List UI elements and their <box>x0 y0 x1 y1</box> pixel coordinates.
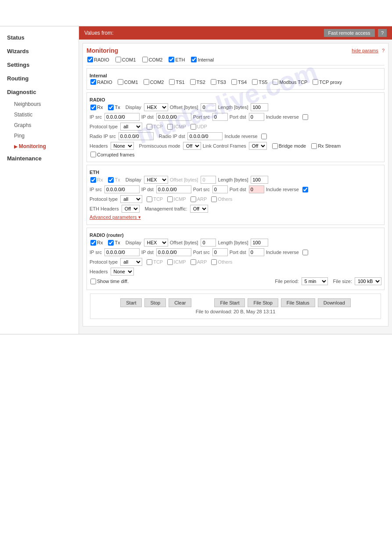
radio-router-length-input[interactable] <box>251 239 268 247</box>
monitoring-internal-check[interactable]: Internal <box>190 57 214 62</box>
internal-radio-checkbox[interactable] <box>90 79 96 85</box>
radio-router-arp-check[interactable]: ARP <box>190 259 207 265</box>
monitoring-eth-check[interactable]: ETH <box>168 57 185 62</box>
radio-promiscuous-select[interactable]: Off On <box>183 142 201 150</box>
radio-router-portdst-input[interactable] <box>249 248 264 256</box>
radio-router-rx-checkbox[interactable] <box>90 240 96 246</box>
radio-router-file-size-select[interactable]: 100 kB 500 kB 1 MB <box>355 277 381 285</box>
radio-router-tcp-check[interactable]: TCP <box>146 259 163 265</box>
radio-headers-select[interactable]: None All <box>111 142 134 150</box>
sidebar-item-status[interactable]: Status <box>0 31 79 44</box>
radio-router-icmp-check[interactable]: ICMP <box>166 259 186 265</box>
sidebar-sub-ping[interactable]: Ping <box>0 131 79 141</box>
eth-portsrc-input[interactable] <box>212 185 228 193</box>
radio-portdst-input[interactable] <box>249 113 264 121</box>
radio-router-headers-select[interactable]: None All <box>111 268 134 276</box>
internal-com1-checkbox[interactable] <box>118 79 123 85</box>
monitoring-com2-checkbox[interactable] <box>142 57 148 62</box>
radio-ipdst-input[interactable] <box>156 113 191 121</box>
eth-rx-checkbox[interactable] <box>90 177 96 183</box>
internal-com2-checkbox[interactable] <box>144 79 149 85</box>
file-stop-button[interactable]: File Stop <box>248 298 278 307</box>
internal-ts4-checkbox[interactable] <box>231 79 237 85</box>
eth-others-check[interactable]: Others <box>210 196 232 202</box>
sidebar-sub-monitoring[interactable]: Monitoring <box>0 141 79 152</box>
internal-radio-check[interactable]: RADIO <box>90 79 112 85</box>
eth-tcp-check[interactable]: TCP <box>146 196 163 202</box>
radio-udp-check[interactable]: UDP <box>190 124 207 130</box>
radio-offset-input[interactable] <box>201 103 216 111</box>
eth-tx-checkbox[interactable] <box>108 177 114 183</box>
internal-ts2-check[interactable]: TS2 <box>189 79 205 85</box>
radio-radio-ipsrc-input[interactable] <box>119 132 154 140</box>
file-status-button[interactable]: File Status <box>281 298 315 307</box>
help-button[interactable]: ? <box>378 29 387 37</box>
radio-router-ipsrc-input[interactable] <box>104 248 140 256</box>
radio-router-others-checkbox[interactable] <box>211 259 217 265</box>
eth-icmp-check[interactable]: ICMP <box>166 196 186 202</box>
eth-icmp-checkbox[interactable] <box>167 196 173 202</box>
internal-modbus-checkbox[interactable] <box>273 79 278 85</box>
radio-router-tx-checkbox[interactable] <box>108 240 114 246</box>
sidebar-item-wizards[interactable]: Wizards <box>0 44 79 58</box>
eth-include-reverse-checkbox[interactable] <box>302 187 308 192</box>
radio-router-display-select[interactable]: HEX ASCII DEC <box>144 239 168 247</box>
internal-modbus-check[interactable]: Modbus TCP <box>272 79 307 85</box>
radio-include-reverse-checkbox[interactable] <box>302 114 308 120</box>
radio-tcp-checkbox[interactable] <box>147 124 152 130</box>
monitoring-com1-check[interactable]: COM1 <box>115 57 136 62</box>
internal-com2-check[interactable]: COM2 <box>143 79 164 85</box>
internal-ts4-check[interactable]: TS4 <box>230 79 247 85</box>
sidebar-item-maintenance[interactable]: Maintenance <box>0 152 79 165</box>
eth-ipsrc-input[interactable] <box>104 185 140 193</box>
radio-rx-check[interactable]: Rx <box>90 105 103 110</box>
radio-tx-check[interactable]: Tx <box>107 105 120 110</box>
radio-portsrc-input[interactable] <box>212 113 228 121</box>
radio-router-offset-input[interactable] <box>201 239 216 247</box>
eth-offset-input[interactable] <box>201 176 216 184</box>
clear-button[interactable]: Clear <box>169 298 191 307</box>
monitoring-help[interactable]: ? <box>382 48 385 53</box>
eth-arp-checkbox[interactable] <box>191 196 196 202</box>
eth-tx-check[interactable]: Tx <box>107 177 120 183</box>
internal-com1-check[interactable]: COM1 <box>117 79 138 85</box>
radio-radio-ipdst-input[interactable] <box>187 132 223 140</box>
monitoring-radio-check[interactable]: RADIO <box>86 57 109 62</box>
radio-display-select[interactable]: HEX ASCII DEC <box>144 103 168 111</box>
internal-ts5-check[interactable]: TS5 <box>251 79 267 85</box>
eth-advanced-params-link[interactable]: Advanced parameters ▾ <box>90 214 141 220</box>
download-button[interactable]: Download <box>318 298 351 307</box>
sidebar-sub-statistic[interactable]: Statistic <box>0 109 79 120</box>
radio-router-protocol-select[interactable]: all TCP UDP <box>120 258 142 266</box>
radio-router-rx-check[interactable]: Rx <box>90 240 103 246</box>
monitoring-com1-checkbox[interactable] <box>115 57 121 62</box>
internal-ts3-checkbox[interactable] <box>211 79 216 85</box>
sidebar-sub-neighbours[interactable]: Neighbours <box>0 99 79 109</box>
internal-tcpproxy-checkbox[interactable] <box>313 79 318 85</box>
radio-router-icmp-checkbox[interactable] <box>167 259 173 265</box>
eth-headers-select[interactable]: Off On <box>122 205 140 213</box>
monitoring-internal-checkbox[interactable] <box>191 57 197 62</box>
radio-icmp-checkbox[interactable] <box>167 124 173 130</box>
internal-ts2-checkbox[interactable] <box>190 79 196 85</box>
radio-router-tx-check[interactable]: Tx <box>107 240 120 246</box>
internal-ts3-check[interactable]: TS3 <box>210 79 226 85</box>
radio-protocol-select[interactable]: all TCP UDP <box>120 123 142 131</box>
radio-rx-checkbox[interactable] <box>90 105 96 110</box>
file-start-button[interactable]: File Start <box>214 298 245 307</box>
radio-corrupted-check[interactable]: Corrupted frames <box>90 152 135 157</box>
radio-tx-checkbox[interactable] <box>108 105 114 110</box>
radio-bridge-mode-check[interactable]: Bridge mode <box>271 143 306 149</box>
sidebar-item-diagnostic[interactable]: Diagnostic <box>0 85 79 99</box>
eth-mgmt-select[interactable]: Off On <box>190 205 208 213</box>
internal-ts1-check[interactable]: TS1 <box>168 79 184 85</box>
eth-portdst-input[interactable] <box>249 185 264 193</box>
eth-ipdst-input[interactable] <box>156 185 191 193</box>
internal-ts5-checkbox[interactable] <box>252 79 258 85</box>
eth-display-select[interactable]: HEX ASCII DEC <box>144 176 168 184</box>
radio-router-show-time-diff-checkbox[interactable] <box>90 279 96 284</box>
radio-router-arp-checkbox[interactable] <box>191 259 196 265</box>
internal-ts1-checkbox[interactable] <box>169 79 175 85</box>
stop-button[interactable]: Stop <box>144 298 166 307</box>
monitoring-eth-checkbox[interactable] <box>169 57 174 62</box>
